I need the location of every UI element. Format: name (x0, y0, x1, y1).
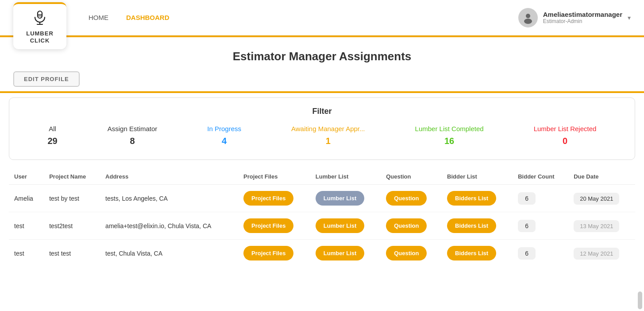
filter-value-all: 29 (48, 136, 58, 146)
project-files-button[interactable]: Project Files (243, 218, 293, 233)
nav-home[interactable]: HOME (89, 14, 108, 21)
table-row: Amelia test by test tests, Los Angeles, … (9, 185, 635, 212)
filter-label-inprogress: In Progress (207, 125, 241, 132)
filter-title: Filter (23, 107, 621, 116)
cell-bidder-count: 6 (513, 185, 568, 212)
col-bidder-list: Bidder List (442, 169, 513, 185)
cell-lumber-list: Lumber List (310, 240, 381, 267)
cell-lumber-list: Lumber List (310, 212, 381, 240)
filter-label-completed: Lumber List Completed (415, 125, 484, 132)
col-project-name: Project Name (44, 169, 100, 185)
col-due-date: Due Date (568, 169, 635, 185)
cell-project-files: Project Files (238, 240, 310, 267)
question-button[interactable]: Question (386, 218, 427, 233)
cell-question: Question (381, 185, 442, 212)
filter-stat-awaiting[interactable]: Awaiting Manager Appr... 1 (291, 125, 365, 146)
cell-user: test (9, 240, 44, 267)
assignments-table-wrapper: User Project Name Address Project Files … (9, 169, 635, 267)
filter-value-completed: 16 (444, 136, 454, 146)
cell-bidder-count: 6 (513, 212, 568, 240)
filter-value-rejected: 0 (563, 136, 567, 146)
cell-due-date: 13 May 2021 (568, 212, 635, 240)
filter-label-assign: Assign Estimator (108, 125, 158, 132)
table-header-row: User Project Name Address Project Files … (9, 169, 635, 185)
page-title: Estimator Manager Assignments (0, 37, 644, 71)
cell-project-name: test by test (44, 185, 100, 212)
filter-stat-completed[interactable]: Lumber List Completed 16 (415, 125, 484, 146)
cell-address: test, Chula Vista, CA (100, 240, 238, 267)
lumber-list-button[interactable]: Lumber List (316, 218, 364, 233)
nav-right: Ameliaestimatormanager Estimator-Admin ▾ (518, 8, 631, 27)
due-date-value: 20 May 2021 (574, 193, 619, 205)
cell-due-date: 12 May 2021 (568, 240, 635, 267)
col-project-files: Project Files (238, 169, 310, 185)
bidder-count-value: 6 (518, 247, 536, 260)
filter-label-all: All (49, 125, 56, 132)
filter-value-assign: 8 (130, 136, 135, 146)
orange-separator-2 (0, 91, 644, 93)
filter-stat-rejected[interactable]: Lumber List Rejected 0 (534, 125, 597, 146)
cell-bidders-list: Bidders List (442, 185, 513, 212)
table-row: test test2test amelia+test@elixin.io, Ch… (9, 212, 635, 240)
logo-text: LUMBERCLICK (26, 30, 54, 44)
cell-project-name: test test (44, 240, 100, 267)
cell-question: Question (381, 240, 442, 267)
navbar: LUMBERCLICK HOME DASHBOARD Ameliaestimat… (0, 0, 644, 35)
due-date-value: 13 May 2021 (574, 220, 619, 232)
filter-label-awaiting: Awaiting Manager Appr... (291, 125, 365, 132)
filter-stat-assign[interactable]: Assign Estimator 8 (108, 125, 158, 146)
due-date-value: 12 May 2021 (574, 248, 619, 260)
cell-address: tests, Los Angeles, CA (100, 185, 238, 212)
svg-point-5 (526, 14, 530, 18)
filter-stats: All 29 Assign Estimator 8 In Progress 4 … (23, 125, 621, 146)
nav-dashboard[interactable]: DASHBOARD (126, 14, 170, 21)
logo-icon (32, 9, 48, 28)
cell-project-files: Project Files (238, 212, 310, 240)
bidder-count-value: 6 (518, 220, 536, 232)
nav-links: HOME DASHBOARD (89, 14, 170, 21)
assignments-table: User Project Name Address Project Files … (9, 169, 635, 267)
filter-label-rejected: Lumber List Rejected (534, 125, 597, 132)
bidders-list-button[interactable]: Bidders List (447, 218, 496, 233)
filter-stat-all[interactable]: All 29 (48, 125, 58, 146)
bidders-list-button[interactable]: Bidders List (447, 191, 496, 206)
lumber-list-button[interactable]: Lumber List (316, 246, 364, 260)
filter-value-awaiting: 1 (326, 136, 331, 146)
table-row: test test test test, Chula Vista, CA Pro… (9, 240, 635, 267)
col-lumber-list: Lumber List (310, 169, 381, 185)
logo[interactable]: LUMBERCLICK (13, 2, 66, 49)
col-user: User (9, 169, 44, 185)
avatar (518, 8, 538, 27)
filter-stat-inprogress[interactable]: In Progress 4 (207, 125, 241, 146)
filter-section: Filter All 29 Assign Estimator 8 In Prog… (9, 97, 635, 160)
edit-profile-button[interactable]: EDIT PROFILE (13, 71, 80, 87)
cell-project-name: test2test (44, 212, 100, 240)
question-button[interactable]: Question (386, 191, 427, 206)
cell-address: amelia+test@elixin.io, Chula Vista, CA (100, 212, 238, 240)
cell-user: Amelia (9, 185, 44, 212)
col-bidder-count: Bidder Count (513, 169, 568, 185)
bidders-list-button[interactable]: Bidders List (447, 246, 496, 260)
cell-project-files: Project Files (238, 185, 310, 212)
project-files-button[interactable]: Project Files (243, 191, 293, 206)
svg-point-6 (524, 19, 532, 24)
cell-due-date: 20 May 2021 (568, 185, 635, 212)
user-dropdown-arrow[interactable]: ▾ (628, 14, 631, 21)
question-button[interactable]: Question (386, 246, 427, 260)
user-role: Estimator-Admin (543, 18, 622, 24)
project-files-button[interactable]: Project Files (243, 246, 293, 260)
bidder-count-value: 6 (518, 192, 536, 205)
cell-user: test (9, 212, 44, 240)
lumber-list-button[interactable]: Lumber List (316, 191, 364, 206)
cell-bidder-count: 6 (513, 240, 568, 267)
cell-bidders-list: Bidders List (442, 212, 513, 240)
user-info: Ameliaestimatormanager Estimator-Admin (543, 11, 622, 24)
cell-question: Question (381, 212, 442, 240)
col-address: Address (100, 169, 238, 185)
cell-bidders-list: Bidders List (442, 240, 513, 267)
user-name: Ameliaestimatormanager (543, 11, 622, 18)
cell-lumber-list: Lumber List (310, 185, 381, 212)
col-question: Question (381, 169, 442, 185)
filter-value-inprogress: 4 (222, 136, 227, 146)
